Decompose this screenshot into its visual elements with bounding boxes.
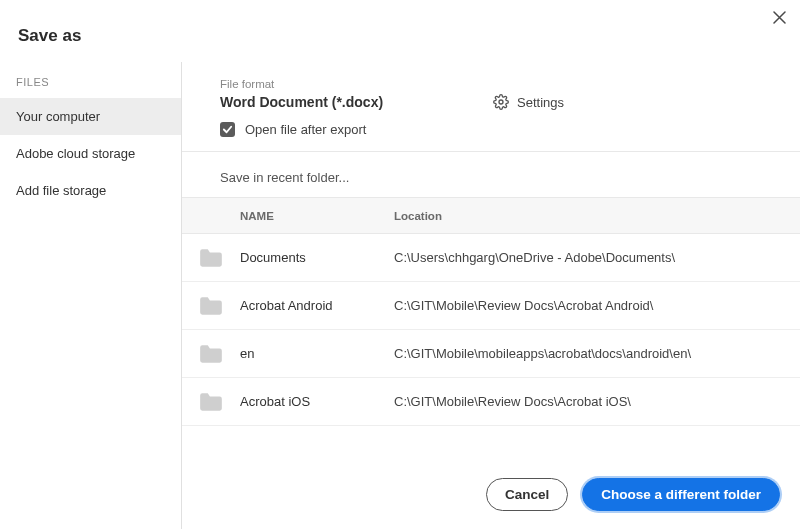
dialog-footer: Cancel Choose a different folder — [182, 462, 800, 529]
svg-point-0 — [499, 100, 503, 104]
sidebar-item-label: Adobe cloud storage — [16, 146, 135, 161]
folder-icon — [182, 343, 240, 365]
row-name: Acrobat iOS — [240, 394, 394, 409]
sidebar-item-cloud-storage[interactable]: Adobe cloud storage — [0, 135, 181, 172]
recent-folders-table: NAME Location Documents C:\Users\chhgarg… — [182, 197, 800, 426]
row-location: C:\GIT\Mobile\Review Docs\Acrobat Androi… — [394, 298, 800, 313]
sidebar-heading: FILES — [0, 70, 181, 98]
dialog-body: FILES Your computer Adobe cloud storage … — [0, 62, 800, 529]
column-location-header[interactable]: Location — [394, 210, 800, 222]
sidebar: FILES Your computer Adobe cloud storage … — [0, 62, 182, 529]
sidebar-item-label: Your computer — [16, 109, 100, 124]
row-location: C:\GIT\Mobile\Review Docs\Acrobat iOS\ — [394, 394, 800, 409]
row-name: Acrobat Android — [240, 298, 394, 313]
dialog-title: Save as — [0, 0, 800, 62]
main-panel: File format Word Document (*.docx) Setti… — [182, 62, 800, 529]
file-format-label: File format — [220, 78, 776, 90]
file-format-section: File format Word Document (*.docx) Setti… — [182, 62, 800, 152]
close-button[interactable] — [768, 6, 790, 28]
sidebar-item-add-storage[interactable]: Add file storage — [0, 172, 181, 209]
folder-icon — [182, 247, 240, 269]
close-icon — [773, 11, 786, 24]
settings-button[interactable]: Settings — [493, 94, 564, 110]
cancel-button[interactable]: Cancel — [486, 478, 568, 511]
row-location: C:\GIT\Mobile\mobileapps\acrobat\docs\an… — [394, 346, 800, 361]
folder-icon — [182, 295, 240, 317]
file-format-value[interactable]: Word Document (*.docx) — [220, 94, 383, 110]
recent-folders-label: Save in recent folder... — [182, 160, 800, 197]
table-row[interactable]: Documents C:\Users\chhgarg\OneDrive - Ad… — [182, 234, 800, 282]
gear-icon — [493, 94, 509, 110]
choose-folder-button[interactable]: Choose a different folder — [582, 478, 780, 511]
checkbox-checked-icon[interactable] — [220, 122, 235, 137]
table-row[interactable]: en C:\GIT\Mobile\mobileapps\acrobat\docs… — [182, 330, 800, 378]
table-row[interactable]: Acrobat iOS C:\GIT\Mobile\Review Docs\Ac… — [182, 378, 800, 426]
row-location: C:\Users\chhgarg\OneDrive - Adobe\Docume… — [394, 250, 800, 265]
column-name-header[interactable]: NAME — [240, 210, 394, 222]
open-after-export-label: Open file after export — [245, 122, 366, 137]
table-header: NAME Location — [182, 198, 800, 234]
row-name: Documents — [240, 250, 394, 265]
save-as-dialog: Save as FILES Your computer Adobe cloud … — [0, 0, 800, 529]
recent-folders-section: Save in recent folder... NAME Location D… — [182, 152, 800, 462]
folder-icon — [182, 391, 240, 413]
open-after-export-row[interactable]: Open file after export — [220, 122, 776, 137]
sidebar-item-label: Add file storage — [16, 183, 106, 198]
sidebar-item-your-computer[interactable]: Your computer — [0, 98, 181, 135]
table-row[interactable]: Acrobat Android C:\GIT\Mobile\Review Doc… — [182, 282, 800, 330]
settings-label: Settings — [517, 95, 564, 110]
row-name: en — [240, 346, 394, 361]
